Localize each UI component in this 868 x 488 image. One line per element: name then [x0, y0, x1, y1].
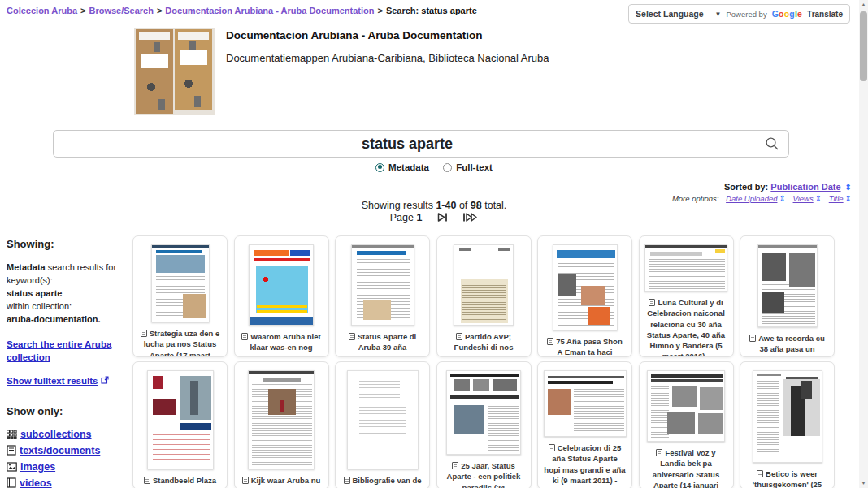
- result-caption: Partido AVP; Fundeshi di nos Status Apar…: [437, 331, 531, 357]
- filter-subcollections[interactable]: subcollections: [7, 429, 127, 440]
- result-card[interactable]: Standbeeld Plaza Status Aparte Betico Cr…: [132, 361, 228, 488]
- show-only-heading: Show only:: [7, 405, 127, 417]
- result-card[interactable]: Bibliografie van de Status Aparte van Ar…: [335, 361, 430, 488]
- radio-fulltext[interactable]: Full-text: [443, 162, 493, 172]
- filter-videos[interactable]: videos: [7, 477, 127, 488]
- result-card[interactable]: Luna Cultural y di Celebracion naiconal …: [639, 235, 734, 357]
- document-icon: [242, 477, 249, 484]
- filter-images[interactable]: images: [7, 461, 127, 473]
- language-select[interactable]: Select Language ▼: [636, 9, 721, 19]
- result-thumbnail: [647, 370, 725, 442]
- next-page-button[interactable]: [436, 212, 449, 225]
- showing-heading: Showing:: [7, 238, 127, 250]
- result-thumbnail: [446, 370, 521, 455]
- breadcrumb-link-coleccion-aruba[interactable]: Coleccion Aruba: [7, 6, 77, 15]
- result-caption: Kijk waar Aruba nu staat (8 juni 2013) -…: [235, 475, 328, 488]
- document-icon: [547, 338, 553, 345]
- result-thumbnail: [351, 244, 414, 326]
- result-title[interactable]: Standbeeld Plaza Status Aparte Betico Cr…: [142, 476, 218, 488]
- page: Coleccion Aruba>Browse/Search>Documentac…: [0, 0, 868, 488]
- filter-texts-documents[interactable]: texts/documents: [7, 445, 127, 456]
- radio-metadata[interactable]: Metadata: [375, 162, 429, 172]
- breadcrumb-link-browse-search[interactable]: Browse/Search: [89, 6, 153, 15]
- result-thumbnail: [757, 244, 818, 327]
- powered-by-label: Powered by: [726, 10, 766, 19]
- result-card[interactable]: Partido AVP; Fundeshi di nos Status Apar…: [436, 235, 532, 357]
- google-translate-widget: Select Language ▼ Powered by Google Tran…: [628, 4, 850, 24]
- result-card[interactable]: Status Aparte di Aruba 39 aña despues; T…: [335, 235, 430, 357]
- document-icon: [144, 477, 150, 484]
- document-icon: [241, 333, 248, 340]
- collection-title: Documentacion Arubiana - Aruba Documenta…: [226, 29, 483, 41]
- result-card[interactable]: Celebracion di 25 aña Status Aparte hopi…: [537, 361, 632, 488]
- result-card[interactable]: 25 Jaar, Status Aparte - een politiek pa…: [436, 361, 532, 488]
- result-caption: Celebracion di 25 aña Status Aparte hopi…: [538, 443, 631, 488]
- scroll-up-icon[interactable]: ▲: [859, 0, 868, 10]
- result-thumbnail: [347, 370, 419, 469]
- result-title[interactable]: Strategia uza den e lucha pa nos Status …: [144, 329, 220, 357]
- result-thumbnail: [249, 244, 314, 326]
- document-icon: [349, 333, 355, 340]
- video-icon: [7, 477, 16, 488]
- scrollbar[interactable]: ▲ ▼: [859, 0, 868, 488]
- last-page-icon: [462, 212, 478, 222]
- show-fulltext-results-link[interactable]: Show fulltext results: [7, 376, 98, 386]
- result-thumbnail: [454, 244, 514, 326]
- result-card[interactable]: Kijk waar Aruba nu staat (8 juni 2013) -…: [234, 361, 329, 488]
- result-card[interactable]: Awe ta recorda cu 38 aña pasa un delegac…: [740, 235, 835, 357]
- result-caption: Awe ta recorda cu 38 aña pasa un delegac…: [740, 333, 834, 357]
- document-icon: [452, 462, 458, 469]
- grid-icon: [7, 430, 17, 439]
- last-page-button[interactable]: [462, 212, 478, 225]
- results-summary: Showing results 1-40 of 98 total.: [0, 200, 868, 211]
- breadcrumb-query: status aparte: [421, 6, 476, 15]
- result-title[interactable]: 75 Aña pasa Shon A Eman ta haci entrega …: [545, 337, 625, 357]
- result-title[interactable]: Luna Cultural y di Celebracion naiconal …: [647, 298, 725, 357]
- result-caption: Luna Cultural y di Celebracion naiconal …: [640, 297, 733, 357]
- result-thumbnail: [151, 244, 210, 322]
- result-card[interactable]: Festival Voz y Landia bek pa aniversario…: [639, 361, 734, 488]
- collection-thumbnail-image: [134, 28, 215, 115]
- result-caption: Festival Voz y Landia bek pa aniversario…: [640, 447, 733, 488]
- breadcrumb-link-collection[interactable]: Documentacion Arubiana - Aruba Documenta…: [165, 6, 374, 15]
- filter-description: Metadata search results for keyword(s): …: [7, 261, 127, 326]
- search-input[interactable]: [53, 130, 789, 158]
- scrollbar-thumb[interactable]: [860, 11, 867, 81]
- result-thumbnail: [644, 244, 727, 292]
- document-icon: [649, 299, 655, 306]
- search-icon[interactable]: [765, 136, 779, 151]
- result-thumbnail: [553, 244, 618, 330]
- sort-publication-date-link[interactable]: Publication Date: [770, 182, 840, 192]
- result-card[interactable]: Betico is weer 'thuisgekomen' (25 januar…: [740, 361, 835, 488]
- result-thumbnail: [147, 370, 214, 469]
- result-caption: Status Aparte di Aruba 39 aña despues; T…: [336, 331, 429, 357]
- result-card[interactable]: 75 Aña pasa Shon A Eman ta haci entrega …: [537, 235, 632, 357]
- result-title[interactable]: Awe ta recorda cu 38 aña pasa un delegac…: [747, 334, 827, 357]
- document-icon: [549, 444, 555, 451]
- result-title[interactable]: Waarom Aruba niet klaar was-en nog steed…: [242, 332, 321, 357]
- breadcrumb: Coleccion Aruba>Browse/Search>Documentac…: [7, 6, 477, 15]
- page-number: 1: [416, 212, 422, 223]
- sort-direction-icon[interactable]: ⇕: [845, 183, 852, 192]
- google-logo: Google: [772, 9, 802, 19]
- search-entire-collection-link[interactable]: Search the entire Aruba collection: [7, 338, 127, 364]
- document-icon: [456, 333, 462, 340]
- result-title[interactable]: Bibliografie van de Status Aparte van Ar…: [347, 476, 422, 488]
- result-caption: Bibliografie van de Status Aparte van Ar…: [336, 475, 429, 488]
- result-caption: 25 Jaar, Status Aparte - een politiek pa…: [437, 460, 531, 488]
- result-card[interactable]: Strategia uza den e lucha pa nos Status …: [132, 235, 228, 357]
- search-bar: [53, 130, 789, 158]
- image-icon: [7, 462, 17, 472]
- scroll-down-icon[interactable]: ▼: [859, 478, 868, 488]
- document-icon: [344, 477, 350, 484]
- result-title[interactable]: Kijk waar Aruba nu staat (8 juni 2013) -…: [245, 476, 320, 488]
- radio-icon: [443, 163, 452, 172]
- result-caption: Betico is weer 'thuisgekomen' (25 januar…: [740, 469, 834, 488]
- next-page-icon: [436, 212, 449, 222]
- result-card[interactable]: Waarom Aruba niet klaar was-en nog steed…: [234, 235, 329, 357]
- result-title[interactable]: Celebracion di 25 aña Status Aparte hopi…: [544, 443, 625, 488]
- external-link-icon: [101, 376, 109, 384]
- result-caption: Waarom Aruba niet klaar was-en nog steed…: [235, 331, 328, 357]
- breadcrumb-current: Search:: [386, 6, 421, 15]
- document-icon: [749, 335, 756, 342]
